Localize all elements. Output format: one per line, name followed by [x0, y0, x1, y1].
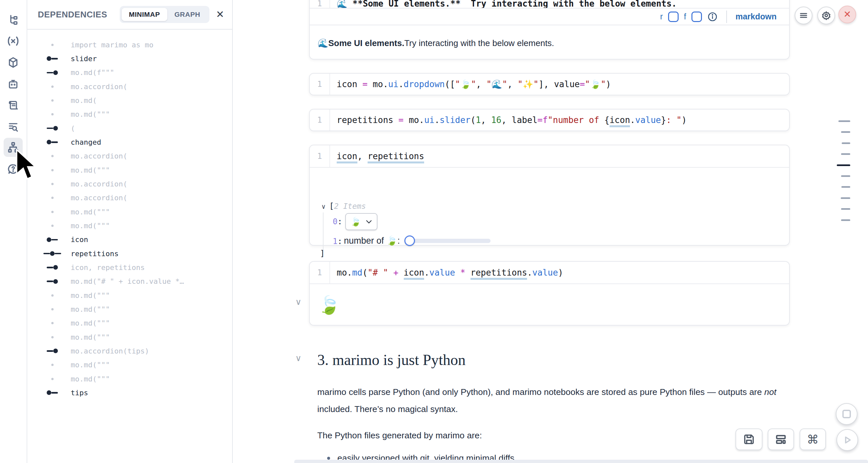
minimap-item[interactable]: changed	[27, 135, 232, 149]
packages-panel-button[interactable]	[4, 53, 23, 72]
notebook-menu-button[interactable]	[795, 7, 812, 24]
minimap-item[interactable]: mo.accordion(	[27, 149, 232, 163]
language-badge-markdown[interactable]: markdown	[736, 12, 777, 21]
tab-minimap[interactable]: MINIMAP	[122, 8, 167, 21]
minimap-item[interactable]: mo.md("""	[27, 205, 232, 219]
save-button[interactable]	[736, 429, 763, 450]
minimap-item-label: changed	[71, 138, 101, 146]
cell-code-slider[interactable]: 1 repetitions = mo.ui.slider(1, 16, labe…	[309, 109, 790, 131]
node-dot-icon	[43, 308, 61, 310]
snippets-search-panel-button[interactable]	[4, 117, 23, 136]
markdown-editor[interactable]: 1 🌊 **Some UI elements.** Try interactin…	[310, 0, 789, 8]
minimap-item[interactable]: mo.md("""	[27, 316, 232, 330]
tree-collapse-icon[interactable]: ∨	[321, 203, 326, 211]
save-icon	[743, 434, 754, 445]
minimap-item[interactable]: mo.md(	[27, 93, 232, 107]
stop-button[interactable]	[836, 403, 858, 425]
minimap-cell-marker[interactable]	[841, 153, 850, 155]
toggle-f-checkbox[interactable]	[691, 11, 702, 22]
minimap-cell-marker[interactable]	[841, 208, 850, 210]
markdown-source-line[interactable]: 🌊 **Some UI elements.** Try interacting …	[337, 0, 677, 8]
minimap-cell-marker[interactable]	[841, 175, 850, 177]
minimap-item[interactable]: tips	[27, 386, 232, 400]
minimap-item[interactable]: mo.accordion(tips)	[27, 344, 232, 358]
minimap-item[interactable]: mo.md("""	[27, 163, 232, 177]
panel-close-icon[interactable]: ✕	[216, 9, 224, 20]
minimap-cell-marker[interactable]	[841, 197, 850, 199]
minimap-item[interactable]: mo.md("""	[27, 330, 232, 344]
code-line[interactable]: icon, repetitions	[337, 151, 424, 161]
output-leaf-emoji: 🍃	[318, 295, 340, 315]
settings-button[interactable]	[817, 7, 835, 24]
minimap-item[interactable]: mo.accordion(	[27, 80, 232, 93]
minimap-item-label: icon	[71, 236, 88, 244]
code-token: repetitions	[368, 151, 424, 163]
toggle-r-label: r	[660, 12, 663, 21]
minimap-item[interactable]: mo.md("""	[27, 107, 232, 121]
file-tree-panel-button[interactable]	[4, 10, 23, 29]
cell-code-dropdown[interactable]: 1 icon = mo.ui.dropdown(["🍃", "🌊", "✨"],…	[309, 73, 790, 95]
minimap-cell-marker-active[interactable]	[837, 164, 850, 166]
ai-chat-panel-button[interactable]	[4, 75, 23, 94]
minimap-cell-marker[interactable]	[841, 186, 850, 188]
cell-collapse-chevron[interactable]: ∨	[295, 297, 302, 307]
logs-panel-button[interactable]	[4, 96, 23, 115]
toggle-r-checkbox[interactable]	[668, 11, 679, 22]
cell-markdown-intro[interactable]: 1 🌊 **Some UI elements.** Try interactin…	[309, 0, 790, 60]
shutdown-button[interactable]: ✕	[838, 6, 856, 23]
tab-graph[interactable]: GRAPH	[167, 8, 208, 21]
dropdown-widget[interactable]: 🍃	[345, 213, 377, 230]
code-token: value	[429, 268, 455, 278]
minimap-item[interactable]: icon, repetitions	[27, 260, 232, 274]
cell-code-tuple-output[interactable]: 1 icon, repetitions ∨ [ 2 Items 0: 🍃 1: …	[309, 145, 790, 246]
minimap-cell-marker[interactable]	[841, 219, 850, 221]
code-token: )	[558, 268, 563, 278]
markdown-cell-toolbar: r f markdown	[310, 8, 789, 25]
slider-track[interactable]	[407, 239, 491, 243]
node-dot-icon	[43, 378, 61, 380]
minimap-cell-marker[interactable]	[838, 120, 850, 122]
code-token: slider	[440, 115, 470, 125]
keyboard-shortcuts-button[interactable]: ⌘	[800, 429, 826, 450]
run-button[interactable]	[836, 429, 858, 451]
code-token: )	[606, 79, 611, 89]
code-token: =	[362, 79, 368, 89]
code-token: icon	[404, 268, 425, 280]
code-token: mo	[404, 115, 419, 125]
minimap-item[interactable]: slider	[27, 52, 232, 65]
section-collapse-chevron[interactable]: ∨	[295, 353, 302, 363]
tree-open-bracket: [	[329, 201, 334, 211]
minimap-item[interactable]: mo.md("""	[27, 358, 232, 372]
code-token: *	[460, 268, 466, 278]
code-token: mo	[337, 268, 347, 278]
node-dot-icon	[43, 294, 61, 297]
minimap-item[interactable]: mo.md("# " + icon.value *…	[27, 275, 232, 288]
code-line[interactable]: icon = mo.ui.dropdown(["🍃", "🌊", "✨"], v…	[337, 79, 611, 89]
line-number: 1	[310, 110, 330, 130]
code-token: ,	[476, 79, 486, 89]
info-icon[interactable]	[707, 11, 718, 22]
cell-code-md-output[interactable]: 1 mo.md("# " + icon.value * repetitions.…	[309, 261, 790, 326]
minimap-item[interactable]: mo.accordion(	[27, 191, 232, 205]
code-line[interactable]: mo.md("# " + icon.value * repetitions.va…	[337, 268, 563, 278]
code-token	[455, 268, 460, 278]
minimap-item[interactable]: mo.md("""	[27, 288, 232, 302]
minimap-cell-marker[interactable]	[841, 131, 850, 133]
code-line[interactable]: repetitions = mo.ui.slider(1, 16, label=…	[337, 115, 687, 125]
node-dot-icon	[43, 197, 61, 199]
variables-panel-button[interactable]	[4, 32, 23, 51]
slider-handle[interactable]	[404, 236, 415, 246]
minimap-item[interactable]: import marimo as mo	[27, 38, 232, 52]
toolbar-separator	[726, 10, 727, 23]
layout-button[interactable]	[768, 429, 794, 450]
minimap-item[interactable]: (	[27, 121, 232, 135]
minimap-item[interactable]: mo.md("""	[27, 219, 232, 233]
minimap-cell-marker[interactable]	[842, 143, 850, 144]
minimap-item[interactable]: mo.md(f"""	[27, 66, 232, 80]
minimap-item-label: (	[71, 124, 75, 132]
minimap-item[interactable]: icon	[27, 233, 232, 247]
minimap-item[interactable]: repetitions	[27, 247, 232, 260]
minimap-item[interactable]: mo.md("""	[27, 302, 232, 316]
minimap-item[interactable]: mo.accordion(	[27, 177, 232, 191]
minimap-item[interactable]: mo.md("""	[27, 372, 232, 386]
